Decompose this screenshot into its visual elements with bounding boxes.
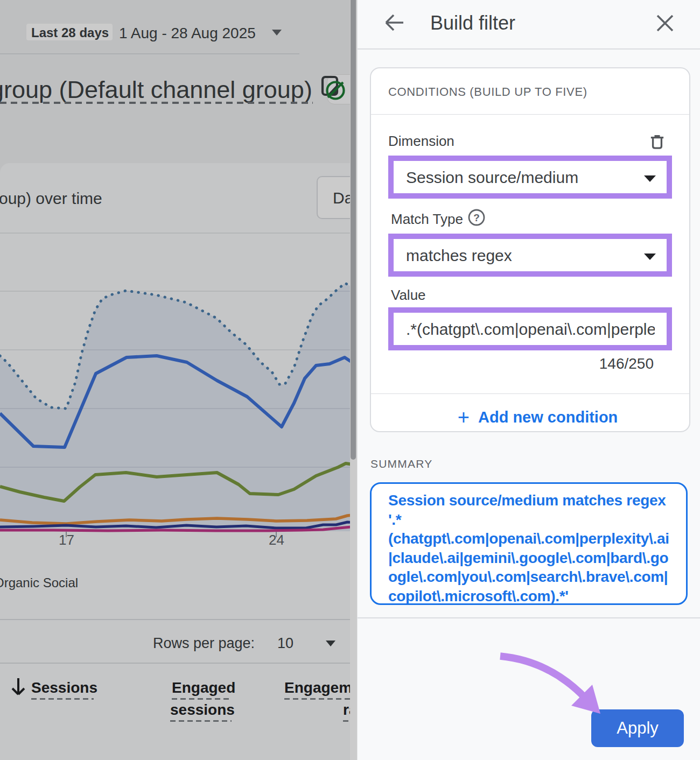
- svg-text:?: ?: [473, 212, 480, 223]
